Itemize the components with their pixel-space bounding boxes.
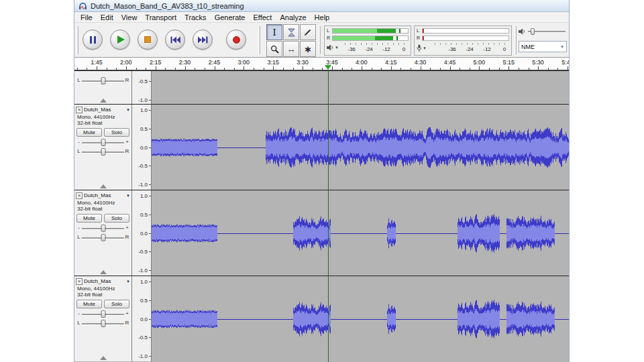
pan-slider[interactable]: [81, 147, 125, 156]
toolbar-grip[interactable]: [258, 26, 260, 54]
speaker-icon[interactable]: ▼: [327, 44, 339, 51]
timeshift-tool-button[interactable]: ↔: [283, 41, 299, 57]
gain-slider[interactable]: [81, 138, 125, 146]
mic-icon[interactable]: ▼: [417, 44, 427, 52]
title-bar[interactable]: Dutch_Mason_Band_G_AV383_t10_streaming: [74, 0, 569, 12]
stop-button[interactable]: [138, 29, 158, 50]
mute-button[interactable]: Mute: [76, 300, 102, 308]
device-combo[interactable]: NME ▼: [519, 41, 567, 52]
gain-slider[interactable]: [81, 224, 125, 232]
playhead-marker[interactable]: [325, 65, 331, 70]
pan-slider-thumb[interactable]: [101, 77, 105, 84]
vertical-scale-ruler[interactable]: 1.00.50.0-0.5-1.0: [132, 190, 152, 276]
gain-slider-thumb[interactable]: [101, 310, 105, 318]
collapse-track-button[interactable]: [100, 356, 107, 360]
timeline-ruler[interactable]: 1:452:002:152:302:453:003:153:303:454:00…: [74, 58, 569, 70]
output-volume-slider[interactable]: [528, 28, 567, 35]
menu-effect[interactable]: Effect: [250, 13, 276, 22]
waveform-display[interactable]: [152, 71, 569, 104]
meter-channel-label: R: [417, 36, 422, 41]
timeline-label: 3:15: [267, 59, 279, 66]
amplitude-label: 0.5: [140, 298, 148, 304]
track-info: 32-bit float: [76, 292, 130, 298]
gain-slider-thumb[interactable]: [101, 139, 105, 146]
envelope-tool-button[interactable]: [283, 24, 299, 40]
waveform-display[interactable]: [152, 276, 569, 361]
collapse-track-button[interactable]: [100, 184, 107, 188]
output-volume-thumb[interactable]: [531, 28, 535, 35]
track-1: ×Dutch_Mas▼Mono, 44100Hz32-bit floatMute…: [74, 104, 569, 190]
mute-button[interactable]: Mute: [76, 128, 102, 137]
track-title[interactable]: Dutch_Mas: [84, 278, 125, 284]
menu-view[interactable]: View: [117, 13, 142, 22]
pause-button[interactable]: [83, 29, 103, 50]
amplitude-label: 1.0: [140, 107, 148, 113]
selection-tool-button[interactable]: I: [266, 24, 282, 40]
amplitude-label: -1.0: [138, 182, 148, 188]
track-menu-arrow-icon[interactable]: ▼: [126, 194, 130, 198]
solo-button[interactable]: Solo: [104, 214, 129, 223]
toolbar-grip[interactable]: [76, 26, 78, 54]
gain-slider-thumb[interactable]: [101, 225, 105, 232]
meter-bar[interactable]: [332, 36, 409, 41]
close-track-button[interactable]: ×: [76, 278, 83, 285]
menu-transport[interactable]: Transport: [141, 13, 180, 22]
waveform-display[interactable]: [152, 190, 569, 276]
menu-generate[interactable]: Generate: [211, 13, 250, 22]
pan-slider[interactable]: [81, 319, 125, 327]
playback-meter[interactable]: LR▼-36-24-120: [324, 25, 411, 56]
pan-slider-thumb[interactable]: [101, 234, 105, 241]
skip-end-icon: [198, 36, 208, 44]
timeline-label: 2:30: [179, 59, 191, 66]
zoom-tool-button[interactable]: [266, 41, 282, 57]
pause-icon: [90, 36, 96, 44]
menu-edit[interactable]: Edit: [97, 13, 117, 22]
amplitude-label: -1.0: [138, 97, 148, 103]
rewind-button[interactable]: [165, 29, 185, 50]
multi-tool-button[interactable]: ∗: [300, 41, 316, 57]
mute-button[interactable]: Mute: [76, 214, 102, 223]
draw-tool-button[interactable]: [300, 24, 316, 40]
toolbar-grip[interactable]: [319, 26, 321, 54]
gain-slider[interactable]: [81, 310, 125, 318]
meter-channel-label: L: [417, 28, 422, 34]
meter-scale-label: -24: [365, 46, 373, 52]
waveform-display[interactable]: [152, 105, 569, 190]
vertical-scale-ruler[interactable]: 1.00.50.0-0.5-1.0: [132, 105, 152, 190]
timeline-label: 2:45: [209, 59, 221, 66]
meter-scale-label: -12: [483, 46, 491, 52]
meter-bar[interactable]: [332, 28, 409, 34]
track-menu-arrow-icon[interactable]: ▼: [126, 108, 130, 112]
vertical-scale-ruler[interactable]: -0.5-1.0: [132, 71, 152, 104]
toolbar-grip[interactable]: [515, 26, 517, 54]
meter-channel-label: R: [327, 36, 332, 41]
solo-button[interactable]: Solo: [104, 300, 129, 308]
pan-slider[interactable]: [81, 76, 125, 84]
close-track-button[interactable]: ×: [76, 107, 83, 113]
collapse-track-button[interactable]: [100, 99, 107, 103]
ibeam-icon: I: [272, 28, 276, 37]
pan-slider[interactable]: [81, 233, 125, 241]
timeshift-icon: ↔: [287, 45, 296, 54]
play-button[interactable]: [110, 29, 130, 50]
pan-slider-thumb[interactable]: [101, 320, 105, 327]
solo-button[interactable]: Solo: [104, 128, 129, 137]
menu-analyze[interactable]: Analyze: [276, 13, 310, 22]
meter-bar[interactable]: [422, 28, 509, 34]
pan-slider-thumb[interactable]: [101, 148, 105, 156]
track-title[interactable]: Dutch_Mas: [84, 192, 125, 198]
track-menu-arrow-icon[interactable]: ▼: [126, 280, 130, 284]
vertical-scale-ruler[interactable]: 1.00.50.0-0.5-1.0: [132, 276, 152, 361]
meter-bar[interactable]: [422, 36, 509, 41]
collapse-track-button[interactable]: [100, 270, 107, 274]
pencil-icon: [304, 28, 312, 36]
menu-help[interactable]: Help: [311, 13, 334, 22]
close-track-button[interactable]: ×: [76, 192, 83, 199]
menu-tracks[interactable]: Tracks: [180, 13, 211, 22]
forward-button[interactable]: [193, 29, 213, 50]
track-title[interactable]: Dutch_Mas: [84, 107, 125, 113]
record-button[interactable]: [226, 29, 246, 50]
audacity-logo-icon: [78, 1, 87, 10]
recording-meter[interactable]: LR▼-36-24-120: [414, 25, 512, 56]
menu-file[interactable]: File: [76, 13, 97, 22]
